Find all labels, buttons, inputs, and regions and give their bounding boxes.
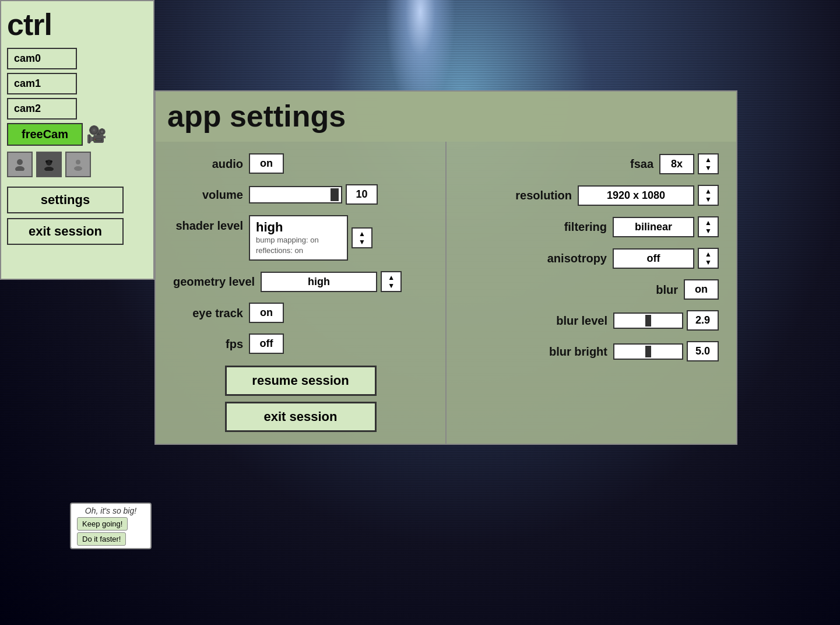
svg-point-0 [17, 159, 23, 165]
filtering-spinner[interactable]: ▲ ▼ [698, 216, 719, 237]
shader-sub1: bump mapping: on [256, 235, 341, 245]
blur-level-number: 2.9 [687, 310, 719, 331]
resolution-label: resolution [502, 185, 572, 202]
anisotropy-down-arrow: ▼ [705, 258, 712, 266]
resolution-control: 1920 x 1080 ▲ ▼ [578, 185, 719, 206]
geometry-up-arrow: ▲ [388, 273, 395, 282]
shader-up-arrow: ▲ [359, 230, 365, 238]
sidebar: ctrl cam0 cam1 cam2 freeCam 🎥 [0, 0, 154, 280]
avatar-button-1[interactable] [7, 152, 33, 177]
cam0-button[interactable]: cam0 [7, 48, 77, 69]
resolution-down-arrow: ▼ [705, 195, 712, 203]
filtering-up-arrow: ▲ [705, 219, 712, 227]
blur-bright-number: 5.0 [687, 341, 719, 361]
chat-option-2[interactable]: Do it faster! [77, 532, 126, 546]
svg-point-6 [76, 160, 80, 164]
fps-label: fps [173, 333, 243, 351]
avatar-icon-2 [43, 158, 55, 171]
eye-track-row: eye track on [173, 303, 428, 323]
audio-value-button[interactable]: on [249, 153, 284, 174]
action-buttons: resume session exit session [173, 366, 428, 432]
settings-panel: app settings audio on volume 10 [154, 90, 737, 445]
blur-bright-control: 5.0 [613, 341, 719, 361]
person-icon [13, 158, 26, 171]
resolution-row: resolution 1920 x 1080 ▲ ▼ [464, 185, 719, 206]
svg-point-4 [45, 160, 48, 163]
audio-control: on [249, 153, 284, 174]
svg-point-1 [15, 166, 24, 171]
fsaa-label: fsaa [584, 153, 653, 171]
shader-down-arrow: ▼ [359, 238, 365, 246]
chat-option-1[interactable]: Keep going! [77, 517, 128, 531]
blur-bright-label: blur bright [537, 341, 607, 359]
shader-value: high [256, 220, 341, 235]
exit-session-sidebar-button[interactable]: exit session [7, 218, 124, 245]
shader-row: shader level high bump mapping: on refle… [173, 215, 428, 261]
avatar-icon-3 [72, 158, 85, 171]
settings-content: audio on volume 10 shader level [156, 142, 736, 444]
cam1-button[interactable]: cam1 [7, 73, 77, 94]
fps-value[interactable]: off [249, 333, 284, 354]
cam2-button[interactable]: cam2 [7, 98, 77, 120]
filtering-down-arrow: ▼ [705, 227, 712, 235]
settings-button[interactable]: settings [7, 187, 124, 213]
freecam-row: freeCam 🎥 [7, 123, 147, 146]
volume-number: 10 [346, 184, 378, 205]
fps-control: off [249, 333, 284, 354]
fps-row: fps off [173, 333, 428, 354]
blur-bright-thumb [645, 346, 651, 357]
avatar-button-2[interactable] [36, 152, 62, 177]
filtering-value[interactable]: bilinear [613, 217, 694, 237]
blur-level-slider[interactable] [613, 312, 683, 329]
bottom-buttons: settings exit session [7, 187, 147, 245]
blur-control: on [684, 279, 719, 300]
volume-control: 10 [249, 184, 378, 205]
anisotropy-value[interactable]: off [613, 248, 694, 269]
blur-level-thumb [645, 315, 651, 326]
resolution-spinner[interactable]: ▲ ▼ [698, 185, 719, 206]
blur-value[interactable]: on [684, 279, 719, 300]
settings-title: app settings [156, 92, 736, 142]
fsaa-down-arrow: ▼ [705, 164, 712, 172]
geometry-down-arrow: ▼ [388, 282, 395, 290]
anisotropy-control: off ▲ ▼ [613, 248, 719, 269]
geometry-spinner[interactable]: ▲ ▼ [381, 271, 402, 292]
blur-bright-slider[interactable] [613, 343, 683, 360]
eye-track-value[interactable]: on [249, 303, 284, 323]
blur-level-label: blur level [537, 310, 607, 328]
volume-label: volume [173, 184, 243, 202]
blur-level-row: blur level 2.9 [464, 310, 719, 331]
audio-label: audio [173, 153, 243, 171]
fsaa-spinner[interactable]: ▲ ▼ [698, 153, 719, 174]
volume-thumb [331, 188, 339, 201]
fsaa-value[interactable]: 8x [659, 154, 694, 174]
volume-slider[interactable] [249, 186, 342, 203]
anisotropy-up-arrow: ▲ [705, 250, 712, 258]
resume-session-button[interactable]: resume session [225, 366, 377, 396]
geometry-value[interactable]: high [261, 272, 377, 292]
avatar-button-3[interactable] [65, 152, 91, 177]
fsaa-row: fsaa 8x ▲ ▼ [464, 153, 719, 174]
fsaa-up-arrow: ▲ [705, 156, 712, 164]
shader-label: shader level [173, 215, 243, 233]
avatar-row [7, 152, 147, 177]
shader-spinner[interactable]: ▲ ▼ [352, 227, 372, 248]
blur-bright-row: blur bright 5.0 [464, 341, 719, 361]
audio-row: audio on [173, 153, 428, 174]
svg-point-5 [50, 160, 52, 163]
eye-track-control: on [249, 303, 284, 323]
eye-track-label: eye track [173, 303, 243, 320]
filtering-label: filtering [537, 216, 607, 234]
anisotropy-spinner[interactable]: ▲ ▼ [698, 248, 719, 269]
blur-level-control: 2.9 [613, 310, 719, 331]
blur-row: blur on [464, 279, 719, 300]
settings-right: fsaa 8x ▲ ▼ resolution 1920 x 1080 ▲ ▼ [447, 142, 736, 444]
anisotropy-row: anisotropy off ▲ ▼ [464, 248, 719, 269]
resolution-value[interactable]: 1920 x 1080 [578, 185, 694, 206]
app-title: ctrl [7, 7, 147, 42]
svg-point-7 [74, 166, 82, 171]
exit-session-button[interactable]: exit session [225, 402, 377, 432]
freecam-button[interactable]: freeCam [7, 123, 83, 146]
volume-row: volume 10 [173, 184, 428, 205]
svg-point-3 [44, 167, 54, 171]
